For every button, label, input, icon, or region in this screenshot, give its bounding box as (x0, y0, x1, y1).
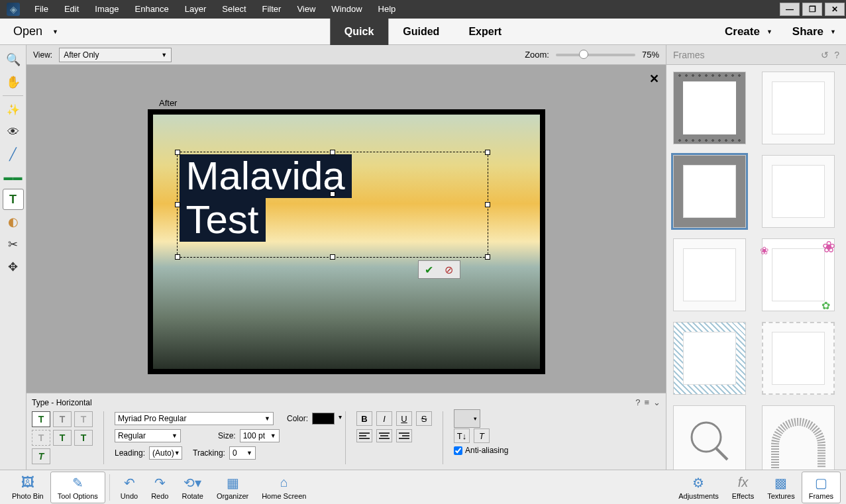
create-button[interactable]: Create▼ (715, 19, 782, 45)
window-restore-icon[interactable]: ❐ (802, 3, 822, 16)
zoom-tool-icon[interactable]: 🔍 (3, 49, 24, 70)
frame-plain-1[interactable] (762, 72, 835, 144)
undo-button[interactable]: ↶Undo (114, 472, 144, 503)
frame-film[interactable] (673, 72, 746, 144)
window-close-icon[interactable]: ✕ (825, 3, 845, 16)
frame-tape[interactable] (673, 238, 746, 311)
type-warp-icon[interactable]: T (32, 448, 50, 464)
effects-button[interactable]: fxEffects (725, 472, 761, 503)
close-document-icon[interactable]: ✕ (649, 72, 659, 86)
frames-icon: ▢ (815, 475, 827, 491)
toolbar: 🔍 ✋ ✨ 👁 ╱ ▬▬ T ◐ ✂ ✥ (0, 45, 26, 470)
menu-edit[interactable]: Edit (56, 0, 87, 19)
type-mask-v-icon[interactable]: T (32, 430, 50, 446)
organizer-button[interactable]: ▦Organizer (210, 472, 255, 503)
menu-icon[interactable]: ≡ (644, 397, 649, 407)
text-orient-h-button[interactable]: T↓ (454, 428, 470, 443)
view-select[interactable]: After Only▼ (59, 48, 172, 62)
frames-button[interactable]: ▢Frames (802, 472, 841, 503)
italic-button[interactable]: I (376, 411, 392, 426)
tool-options-button[interactable]: ✎Tool Options (50, 472, 105, 503)
help-icon[interactable]: ? (635, 397, 640, 407)
crop-tool-icon[interactable]: ✂ (3, 234, 24, 255)
frame-stamp[interactable] (762, 322, 835, 395)
undo-icon: ↶ (124, 475, 135, 491)
menu-view[interactable]: View (289, 0, 323, 19)
window-minimize-icon[interactable]: — (780, 3, 800, 16)
leading-input[interactable]: (Auto)▼ (149, 446, 182, 460)
frame-magnifier[interactable] (673, 405, 746, 470)
rotate-icon: ⟲▾ (184, 475, 201, 491)
menu-window[interactable]: Window (323, 0, 370, 19)
redo-button[interactable]: ↷Redo (144, 472, 175, 503)
straighten-tool-icon[interactable]: ▬▬ (3, 166, 24, 187)
hand-tool-icon[interactable]: ✋ (3, 72, 24, 93)
confirm-button[interactable]: ✔ (420, 262, 439, 277)
menu-image[interactable]: Image (87, 0, 127, 19)
home-button[interactable]: ⌂Home Screen (255, 472, 313, 503)
tab-guided[interactable]: Guided (388, 19, 454, 45)
photo-bin-button[interactable]: 🖼Photo Bin (5, 472, 50, 503)
canvas[interactable]: Malavida Test ✔ ⊘ (148, 109, 545, 374)
zoom-handle[interactable] (579, 50, 588, 59)
type-mask-h-icon[interactable]: T (74, 411, 93, 427)
textures-button[interactable]: ▩Textures (761, 472, 802, 503)
move-tool-icon[interactable]: ✥ (3, 256, 24, 277)
menu-file[interactable]: File (26, 0, 56, 19)
size-input[interactable]: 100 pt▼ (240, 429, 280, 442)
tab-quick[interactable]: Quick (330, 19, 388, 45)
font-style-select[interactable]: Regular▼ (115, 429, 181, 442)
share-button[interactable]: Share▼ (782, 19, 846, 45)
reset-icon[interactable]: ↺ (821, 50, 829, 60)
open-button[interactable]: Open▼ (0, 19, 72, 45)
antialias-checkbox[interactable]: Anti-aliasing (454, 446, 508, 455)
text-style-preset[interactable]: ▾ (454, 409, 480, 428)
selection-box[interactable] (177, 152, 488, 258)
tool-options-icon: ✎ (72, 475, 83, 491)
leading-label: Leading: (115, 448, 145, 458)
whiten-tool-icon[interactable]: ╱ (3, 144, 24, 165)
frame-arch[interactable] (762, 405, 835, 470)
text-warp-button[interactable]: T (474, 428, 490, 443)
canvas-image[interactable]: Malavida Test ✔ ⊘ (153, 115, 540, 369)
quick-select-tool-icon[interactable]: ✨ (3, 99, 24, 120)
tracking-label: Tracking: (193, 448, 225, 458)
collapse-icon[interactable]: ⌄ (653, 397, 661, 407)
bottombar: 🖼Photo Bin ✎Tool Options ↶Undo ↷Redo ⟲▾R… (0, 470, 846, 504)
frame-flowers[interactable]: ❀✿❀ (762, 238, 835, 311)
zoom-slider[interactable] (556, 54, 635, 56)
type-vertical-icon[interactable]: T (53, 411, 72, 427)
type-on-shape-icon[interactable]: T (74, 430, 93, 446)
zoom-value: 75% (642, 50, 659, 60)
type-horizontal-icon[interactable]: T (32, 411, 50, 427)
spot-heal-tool-icon[interactable]: ◐ (3, 211, 24, 232)
size-label: Size: (218, 431, 236, 440)
text-confirm-bar: ✔ ⊘ (418, 260, 460, 279)
menu-enhance[interactable]: Enhance (127, 0, 177, 19)
align-center-button[interactable] (376, 429, 392, 442)
type-on-path-icon[interactable]: T (53, 430, 72, 446)
align-left-button[interactable] (356, 429, 372, 442)
panel-help-icon[interactable]: ? (834, 50, 839, 60)
menu-filter[interactable]: Filter (254, 0, 290, 19)
menu-select[interactable]: Select (214, 0, 254, 19)
frame-plain-2[interactable] (762, 155, 835, 228)
redeye-tool-icon[interactable]: 👁 (3, 121, 24, 142)
menu-layer[interactable]: Layer (177, 0, 215, 19)
type-tool-icon[interactable]: T (3, 189, 24, 210)
adjustments-button[interactable]: ⚙Adjustments (672, 472, 725, 503)
frame-thick[interactable] (673, 155, 746, 228)
bold-button[interactable]: B (356, 411, 372, 426)
underline-button[interactable]: U (396, 411, 412, 426)
frame-stripes[interactable] (673, 322, 746, 395)
tracking-input[interactable]: 0▼ (229, 446, 256, 460)
tab-expert[interactable]: Expert (454, 19, 516, 45)
strikethrough-button[interactable]: S (416, 411, 432, 426)
font-family-select[interactable]: Myriad Pro Regular▼ (115, 412, 274, 425)
rotate-button[interactable]: ⟲▾Rotate (175, 472, 209, 503)
cancel-button[interactable]: ⊘ (440, 262, 458, 277)
frames-title: Frames (673, 50, 704, 60)
menu-help[interactable]: Help (370, 0, 404, 19)
align-right-button[interactable] (396, 429, 412, 442)
color-swatch[interactable] (312, 413, 335, 425)
